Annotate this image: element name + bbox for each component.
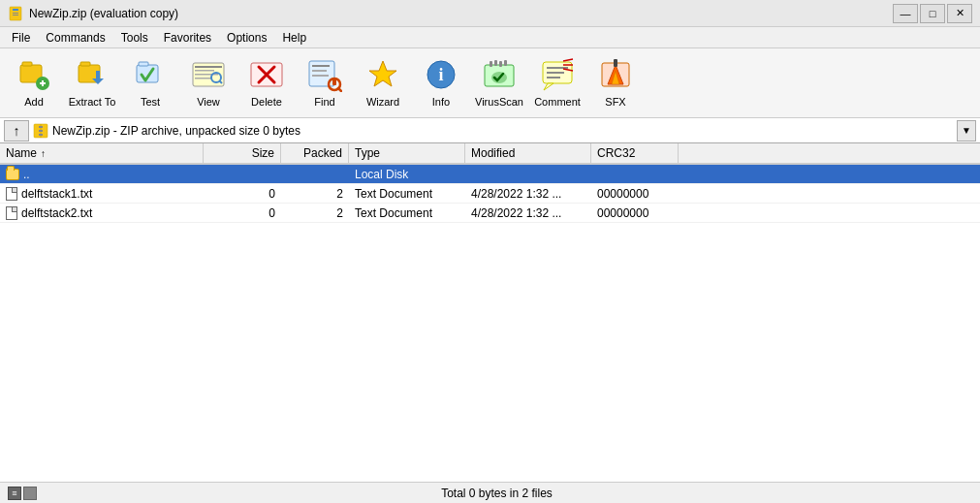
menu-file[interactable]: File bbox=[4, 29, 38, 47]
row-name-cell: delftstack1.txt bbox=[0, 184, 204, 203]
row-modified-cell bbox=[465, 165, 591, 183]
close-button[interactable]: ✕ bbox=[947, 4, 972, 23]
row-name-cell: .. bbox=[0, 165, 204, 183]
col-header-packed[interactable]: Packed bbox=[281, 143, 349, 163]
row-name-value: delftstack1.txt bbox=[21, 187, 92, 201]
extract-to-button[interactable]: Extract To bbox=[64, 53, 120, 113]
menu-tools[interactable]: Tools bbox=[113, 29, 156, 47]
svg-rect-16 bbox=[195, 66, 222, 68]
svg-text:i: i bbox=[438, 65, 443, 84]
add-label: Add bbox=[24, 96, 44, 108]
path-text: NewZip.zip - ZIP archive, unpacked size … bbox=[52, 124, 953, 138]
row-size-cell: 0 bbox=[204, 204, 281, 222]
row-modified-cell: 4/28/2022 1:32 ... bbox=[465, 204, 591, 222]
doc-icon bbox=[6, 206, 17, 220]
svg-rect-55 bbox=[39, 126, 43, 128]
menu-commands[interactable]: Commands bbox=[38, 29, 112, 47]
col-header-modified[interactable]: Modified bbox=[465, 143, 591, 163]
col-modified-label: Modified bbox=[471, 146, 515, 160]
row-type-value: Text Document bbox=[355, 206, 432, 220]
svg-rect-31 bbox=[332, 79, 336, 85]
table-row[interactable]: delftstack2.txt 0 2 Text Document 4/28/2… bbox=[0, 204, 980, 223]
view-label: View bbox=[197, 96, 220, 108]
sfx-button[interactable]: SFX bbox=[587, 53, 644, 113]
svg-rect-26 bbox=[312, 65, 330, 67]
column-headers: Name ↑ Size Packed Type Modified CRC32 bbox=[0, 143, 980, 165]
view-icon bbox=[191, 57, 226, 92]
add-button[interactable]: Add bbox=[6, 53, 62, 113]
col-header-size[interactable]: Size bbox=[204, 143, 281, 163]
svg-marker-32 bbox=[369, 61, 396, 86]
svg-rect-12 bbox=[96, 71, 100, 80]
col-header-name[interactable]: Name ↑ bbox=[0, 143, 204, 163]
row-type-cell: Text Document bbox=[349, 184, 465, 203]
svg-rect-19 bbox=[195, 78, 212, 79]
delete-button[interactable]: Delete bbox=[238, 53, 295, 113]
svg-rect-14 bbox=[139, 62, 148, 66]
menu-bar: File Commands Tools Favorites Options He… bbox=[0, 27, 980, 48]
svg-rect-39 bbox=[504, 60, 507, 66]
folder-icon bbox=[6, 169, 19, 180]
extract-to-label: Extract To bbox=[69, 96, 116, 108]
svg-rect-25 bbox=[309, 61, 334, 86]
col-crc32-label: CRC32 bbox=[597, 146, 635, 160]
minimize-button[interactable]: — bbox=[893, 4, 918, 23]
svg-line-46 bbox=[563, 59, 573, 61]
svg-rect-8 bbox=[42, 80, 44, 86]
row-packed-cell: 2 bbox=[281, 184, 349, 203]
info-button[interactable]: i Info bbox=[413, 53, 469, 113]
row-packed-cell bbox=[281, 165, 349, 183]
svg-rect-3 bbox=[13, 15, 18, 16]
info-label: Info bbox=[432, 96, 450, 108]
menu-help[interactable]: Help bbox=[274, 29, 314, 47]
col-header-crc32[interactable]: CRC32 bbox=[591, 143, 679, 163]
menu-options[interactable]: Options bbox=[219, 29, 274, 47]
row-modified-cell: 4/28/2022 1:32 ... bbox=[465, 184, 591, 203]
table-row[interactable]: .. Local Disk bbox=[0, 165, 980, 184]
file-rows: .. Local Disk delftstack1.txt 0 2 bbox=[0, 165, 980, 482]
svg-rect-57 bbox=[39, 134, 43, 136]
extract-icon bbox=[75, 57, 110, 92]
view-button[interactable]: View bbox=[180, 53, 237, 113]
row-type-value: Text Document bbox=[355, 187, 432, 201]
row-name-value: .. bbox=[23, 168, 30, 181]
virusscan-button[interactable]: VirusScan bbox=[471, 53, 527, 113]
row-type-cell: Text Document bbox=[349, 204, 465, 222]
path-bar: ↑ NewZip.zip - ZIP archive, unpacked siz… bbox=[0, 118, 980, 143]
row-type-value: Local Disk bbox=[355, 168, 408, 181]
svg-rect-37 bbox=[494, 60, 497, 66]
comment-icon bbox=[540, 57, 575, 92]
row-size-cell bbox=[204, 165, 281, 183]
comment-button[interactable]: Comment bbox=[529, 53, 585, 113]
row-modified-value: 4/28/2022 1:32 ... bbox=[471, 187, 561, 201]
svg-rect-45 bbox=[547, 77, 560, 79]
maximize-button[interactable]: □ bbox=[920, 4, 945, 23]
test-button[interactable]: Test bbox=[122, 53, 178, 113]
title-bar-controls: — □ ✕ bbox=[893, 4, 972, 23]
table-row[interactable]: delftstack1.txt 0 2 Text Document 4/28/2… bbox=[0, 184, 980, 204]
svg-marker-42 bbox=[544, 83, 553, 90]
path-dropdown-button[interactable]: ▼ bbox=[957, 120, 976, 141]
svg-rect-27 bbox=[312, 70, 327, 72]
svg-line-30 bbox=[338, 88, 341, 91]
row-packed-cell: 2 bbox=[281, 204, 349, 222]
status-icons: ≡ bbox=[8, 487, 37, 500]
comment-label: Comment bbox=[534, 96, 581, 108]
back-button[interactable]: ↑ bbox=[4, 120, 29, 141]
zip-icon bbox=[33, 123, 48, 139]
svg-rect-52 bbox=[614, 59, 617, 67]
wizard-button[interactable]: Wizard bbox=[355, 53, 411, 113]
test-label: Test bbox=[141, 96, 160, 108]
delete-icon bbox=[249, 57, 284, 92]
find-button[interactable]: Find bbox=[297, 53, 353, 113]
doc-icon bbox=[6, 187, 17, 201]
sort-arrow-icon: ↑ bbox=[41, 148, 46, 159]
status-bar: ≡ Total 0 bytes in 2 files bbox=[0, 482, 980, 503]
title-bar-title: NewZip.zip (evaluation copy) bbox=[29, 7, 178, 20]
title-bar: NewZip.zip (evaluation copy) — □ ✕ bbox=[0, 0, 980, 27]
col-header-type[interactable]: Type bbox=[349, 143, 465, 163]
row-size-cell: 0 bbox=[204, 184, 281, 203]
menu-favorites[interactable]: Favorites bbox=[156, 29, 219, 47]
svg-rect-1 bbox=[13, 9, 18, 11]
file-list-container: Name ↑ Size Packed Type Modified CRC32 .… bbox=[0, 143, 980, 482]
